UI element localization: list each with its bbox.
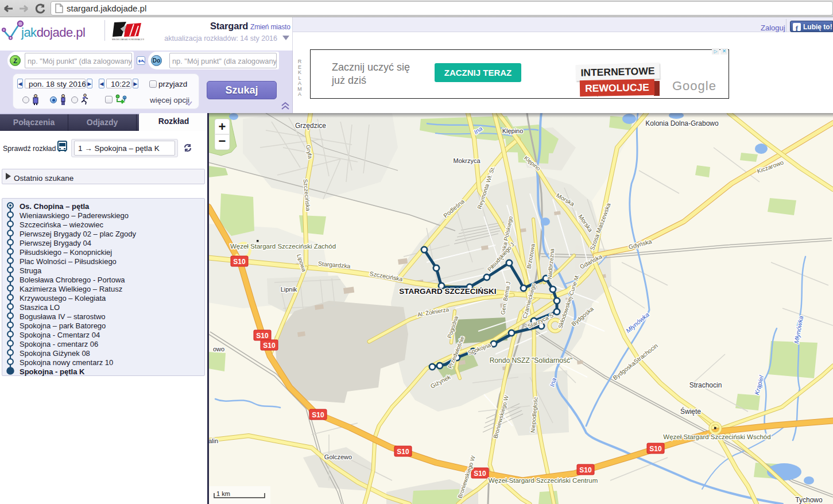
svg-text:S10: S10 xyxy=(233,258,246,266)
svg-text:Rondo NSZZ "Solidarność": Rondo NSZZ "Solidarność" xyxy=(490,356,573,365)
svg-text:S10: S10 xyxy=(263,342,276,350)
svg-text:Golczewo: Golczewo xyxy=(324,453,352,460)
svg-text:STARGARD SZCZECIŃSKI: STARGARD SZCZECIŃSKI xyxy=(399,287,496,296)
svg-text:Strachocin: Strachocin xyxy=(689,381,722,389)
svg-text:1 km: 1 km xyxy=(216,490,230,497)
svg-text:Tychowo: Tychowo xyxy=(795,496,823,504)
svg-text:−: − xyxy=(219,134,226,148)
svg-text:S10: S10 xyxy=(579,466,592,474)
svg-text:S10: S10 xyxy=(256,332,269,340)
svg-text:+: + xyxy=(219,119,226,134)
svg-text:Węzeł-Stargard Szczeciński Cen: Węzeł-Stargard Szczeciński Centrum xyxy=(489,477,598,484)
svg-text:Święte: Święte xyxy=(680,407,701,416)
svg-text:Węzeł Stargard Szczeciński Wsc: Węzeł Stargard Szczeciński Wschód xyxy=(663,433,770,440)
svg-text:S10: S10 xyxy=(649,445,662,453)
svg-text:S10: S10 xyxy=(397,448,409,456)
svg-text:alin: alin xyxy=(208,437,218,444)
svg-text:Grzędzice: Grzędzice xyxy=(295,122,326,130)
svg-text:owo: owo xyxy=(213,346,224,352)
svg-text:Węzeł Stargard Szczeciński Zac: Węzeł Stargard Szczeciński Zachód xyxy=(230,243,336,250)
svg-text:S10: S10 xyxy=(312,411,324,419)
svg-text:Mokrzyca: Mokrzyca xyxy=(453,157,481,164)
svg-text:Klępino: Klępino xyxy=(502,127,524,134)
svg-text:S10: S10 xyxy=(474,470,486,478)
svg-text:Kolonia Dolna-Grabowo: Kolonia Dolna-Grabowo xyxy=(645,119,719,127)
svg-text:Lipnik: Lipnik xyxy=(281,286,297,293)
